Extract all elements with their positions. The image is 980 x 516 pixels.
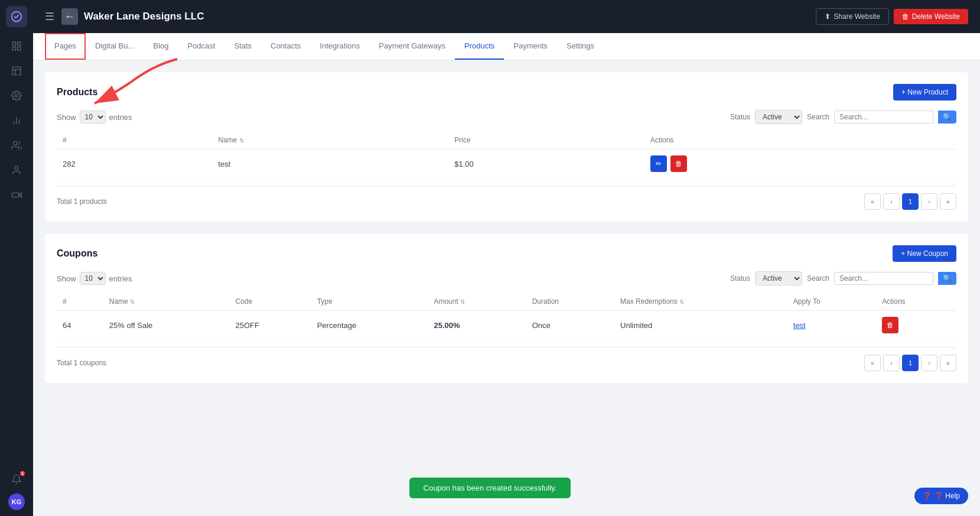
coupons-table-footer: Total 1 coupons « ‹ 1 › » [57,347,956,371]
products-pagination: « ‹ 1 › » [864,193,956,210]
share-website-button[interactable]: ⬆ Share Website [816,8,889,25]
coupons-last-page[interactable]: » [940,355,956,371]
coupon-name: 25% off Sale [103,311,230,340]
coupon-apply-to-link[interactable]: test [793,321,806,330]
sidebar-icon-grid[interactable] [6,35,27,57]
svg-rect-1 [12,42,15,45]
products-search-button[interactable]: 🔍 [938,111,956,124]
help-button[interactable]: ❓ ❓ Help [914,488,968,504]
products-search-label: Search [807,113,829,121]
products-last-page[interactable]: » [940,193,956,210]
tab-payments[interactable]: Payments [504,33,557,60]
sidebar-icon-layout[interactable] [6,60,27,82]
delete-website-button[interactable]: 🗑 Delete Website [894,9,968,24]
coupons-entries-label: entries [109,274,132,283]
coupon-amount: 25.00% [428,311,526,340]
products-search-input[interactable] [834,111,933,124]
tab-contacts[interactable]: Contacts [261,33,310,60]
products-status-select[interactable]: Active Inactive [755,110,802,124]
website-title: Waker Lane Designs LLC [84,11,204,22]
product-actions: ✏ 🗑 [644,150,956,179]
sidebar-icon-video[interactable] [6,184,27,206]
topbar: ☰ ← Waker Lane Designs LLC ⬆ Share Websi… [33,0,980,33]
tab-payment-gateways[interactable]: Payment Gateways [369,33,455,60]
coupons-first-page[interactable]: « [864,355,881,371]
products-table-controls-right: Status Active Inactive Search 🔍 [730,110,956,124]
tab-integrations[interactable]: Integrations [310,33,369,60]
coupons-table-controls-right: Status Active Inactive Search 🔍 [730,271,956,285]
tab-pages[interactable]: Pages [45,33,86,60]
sidebar-logo[interactable] [6,6,27,27]
coupons-prev-page[interactable]: ‹ [883,355,900,371]
svg-rect-4 [18,47,21,50]
coupons-col-code: Code [229,293,311,311]
coupons-name-sort-icon: ⇅ [130,298,135,305]
coupons-search-label: Search [807,274,829,283]
coupons-col-name[interactable]: Name ⇅ [103,293,230,311]
products-next-page[interactable]: › [921,193,937,210]
coupons-status-select[interactable]: Active Inactive [755,271,802,285]
share-icon: ⬆ [825,12,831,21]
coupons-search-button[interactable]: 🔍 [938,272,956,285]
svg-point-13 [15,166,18,170]
coupons-max-sort-icon: ⇅ [679,298,684,305]
coupon-type: Percentage [311,311,428,340]
products-first-page[interactable]: « [864,193,881,210]
sidebar-icon-person[interactable] [6,160,27,181]
coupons-page-1[interactable]: 1 [902,355,919,371]
tab-podcast[interactable]: Podcast [178,33,224,60]
help-icon: ❓ [923,492,932,500]
user-avatar[interactable]: KG [8,494,25,510]
products-show-label: Show [57,113,76,122]
svg-rect-5 [12,67,21,75]
coupons-col-type: Type [311,293,428,311]
edit-product-button[interactable]: ✏ [650,155,667,172]
coupons-col-hash: # [57,293,103,311]
content-area: Products + New Product Show 10 25 50 ent… [33,60,980,516]
svg-point-12 [14,141,17,145]
topbar-actions: ⬆ Share Website 🗑 Delete Website [816,8,968,25]
coupons-col-amount[interactable]: Amount ⇅ [428,293,526,311]
products-prev-page[interactable]: ‹ [883,193,900,210]
coupons-next-page[interactable]: › [921,355,937,371]
svg-marker-15 [19,193,22,197]
products-show-entries: Show 10 25 50 entries [57,111,132,124]
products-page-1[interactable]: 1 [902,193,919,210]
coupons-section-header: Coupons + New Coupon [57,245,956,262]
tab-stats[interactable]: Stats [224,33,261,60]
coupons-pagination: « ‹ 1 › » [864,355,956,371]
tab-settings[interactable]: Settings [557,33,604,60]
svg-point-8 [15,95,18,98]
coupons-total: Total 1 coupons [57,359,106,367]
new-coupon-button[interactable]: + New Coupon [893,245,956,262]
coupons-search-input[interactable] [834,272,933,285]
products-table-footer: Total 1 products « ‹ 1 › » [57,186,956,210]
new-product-button[interactable]: + New Product [893,84,956,100]
tab-products[interactable]: Products [455,33,504,60]
coupons-col-max-redemptions[interactable]: Max Redemptions ⇅ [614,293,787,311]
coupons-col-actions: Actions [876,293,956,311]
sidebar-icon-users[interactable] [6,135,27,156]
coupons-entries-select[interactable]: 10 25 50 [80,272,106,285]
products-section-header: Products + New Product [57,84,956,100]
coupon-id: 64 [57,311,103,340]
sidebar-icon-chart[interactable] [6,110,27,131]
sidebar-icon-settings[interactable] [6,85,27,106]
products-table-controls: Show 10 25 50 entries Status Active Inac… [57,110,956,124]
coupons-status-label: Status [730,274,750,283]
delete-coupon-button[interactable]: 🗑 [882,317,898,333]
delete-product-button[interactable]: 🗑 [670,155,687,172]
tab-blog[interactable]: Blog [144,33,178,60]
sidebar-notification-icon[interactable]: 1 [6,469,27,490]
tab-digital-bu[interactable]: Digital Bu... [86,33,144,60]
products-entries-select[interactable]: 10 25 50 [80,111,106,124]
coupons-show-label: Show [57,274,76,283]
svg-rect-2 [18,42,21,45]
back-button[interactable]: ← [61,8,78,25]
toast-notification: Coupon has been created successfully. [409,478,571,498]
coupons-show-entries: Show 10 25 50 entries [57,272,132,285]
coupons-amount-sort-icon: ⇅ [460,298,465,305]
products-col-name[interactable]: Name ⇅ [212,131,448,150]
hamburger-menu[interactable]: ☰ [45,10,54,23]
coupons-table-controls: Show 10 25 50 entries Status Active Inac… [57,271,956,285]
